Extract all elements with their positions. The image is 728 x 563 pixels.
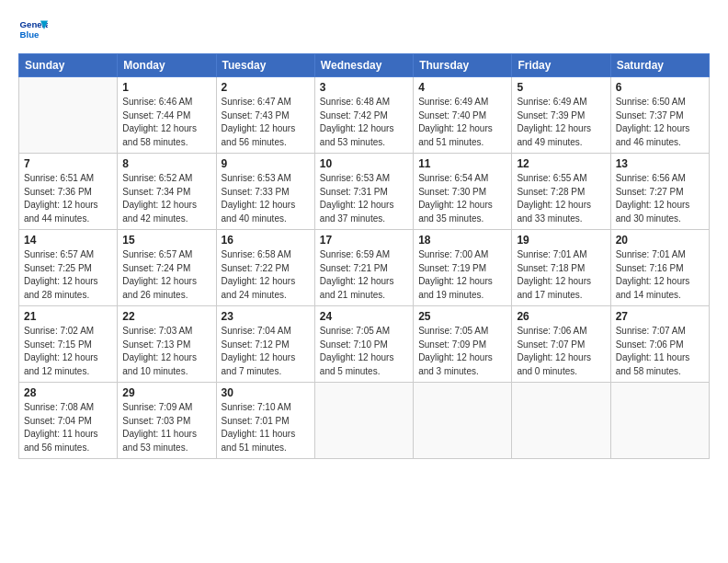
- calendar-cell: 6Sunrise: 6:50 AM Sunset: 7:37 PM Daylig…: [610, 77, 709, 154]
- calendar-day-header: Friday: [512, 54, 610, 77]
- calendar-cell: 7Sunrise: 6:51 AM Sunset: 7:36 PM Daylig…: [19, 154, 118, 230]
- calendar-cell: 30Sunrise: 7:10 AM Sunset: 7:01 PM Dayli…: [216, 383, 314, 459]
- day-number: 21: [24, 310, 112, 323]
- day-number: 7: [24, 157, 112, 170]
- day-number: 16: [222, 234, 310, 247]
- day-number: 10: [320, 157, 408, 170]
- calendar-cell: [512, 383, 610, 459]
- header-row: General Blue: [18, 15, 710, 44]
- calendar-cell: 1Sunrise: 6:46 AM Sunset: 7:44 PM Daylig…: [118, 77, 216, 154]
- day-number: 11: [418, 157, 506, 170]
- day-number: 19: [517, 234, 605, 247]
- day-number: 20: [616, 234, 704, 247]
- calendar-cell: 28Sunrise: 7:08 AM Sunset: 7:04 PM Dayli…: [19, 383, 118, 459]
- day-info: Sunrise: 6:57 AM Sunset: 7:25 PM Dayligh…: [24, 248, 112, 302]
- day-info: Sunrise: 7:05 AM Sunset: 7:10 PM Dayligh…: [320, 325, 408, 378]
- calendar-cell: 25Sunrise: 7:05 AM Sunset: 7:09 PM Dayli…: [414, 306, 512, 383]
- calendar-cell: 13Sunrise: 6:56 AM Sunset: 7:27 PM Dayli…: [610, 154, 709, 230]
- day-info: Sunrise: 7:00 AM Sunset: 7:19 PM Dayligh…: [418, 248, 506, 302]
- calendar-day-header: Monday: [118, 54, 216, 77]
- calendar-cell: [414, 383, 512, 459]
- day-number: 6: [616, 81, 704, 94]
- day-number: 28: [24, 386, 112, 399]
- day-number: 3: [320, 81, 408, 94]
- calendar-cell: 22Sunrise: 7:03 AM Sunset: 7:13 PM Dayli…: [118, 306, 216, 383]
- calendar-cell: 4Sunrise: 6:49 AM Sunset: 7:40 PM Daylig…: [414, 77, 512, 154]
- calendar-day-header: Sunday: [19, 54, 118, 77]
- day-info: Sunrise: 7:04 AM Sunset: 7:12 PM Dayligh…: [222, 325, 310, 378]
- calendar-day-header: Tuesday: [216, 54, 314, 77]
- calendar-cell: 19Sunrise: 7:01 AM Sunset: 7:18 PM Dayli…: [512, 230, 610, 306]
- calendar-table: SundayMondayTuesdayWednesdayThursdayFrid…: [18, 53, 710, 459]
- day-info: Sunrise: 7:01 AM Sunset: 7:18 PM Dayligh…: [517, 248, 605, 302]
- day-info: Sunrise: 7:07 AM Sunset: 7:06 PM Dayligh…: [616, 325, 704, 378]
- calendar-cell: 8Sunrise: 6:52 AM Sunset: 7:34 PM Daylig…: [118, 154, 216, 230]
- day-number: 4: [418, 81, 506, 94]
- day-number: 29: [122, 386, 210, 399]
- day-number: 5: [517, 81, 605, 94]
- day-number: 22: [122, 310, 210, 323]
- day-number: 12: [517, 157, 605, 170]
- calendar-cell: [314, 383, 413, 459]
- day-info: Sunrise: 7:01 AM Sunset: 7:16 PM Dayligh…: [616, 248, 704, 302]
- day-info: Sunrise: 6:55 AM Sunset: 7:28 PM Dayligh…: [517, 172, 605, 225]
- day-info: Sunrise: 7:02 AM Sunset: 7:15 PM Dayligh…: [24, 325, 112, 378]
- svg-text:Blue: Blue: [20, 29, 40, 40]
- calendar-day-header: Saturday: [610, 54, 709, 77]
- day-info: Sunrise: 6:57 AM Sunset: 7:24 PM Dayligh…: [122, 248, 210, 302]
- calendar-cell: 11Sunrise: 6:54 AM Sunset: 7:30 PM Dayli…: [414, 154, 512, 230]
- day-info: Sunrise: 6:49 AM Sunset: 7:40 PM Dayligh…: [418, 96, 506, 149]
- calendar-cell: 26Sunrise: 7:06 AM Sunset: 7:07 PM Dayli…: [512, 306, 610, 383]
- calendar-week-row: 1Sunrise: 6:46 AM Sunset: 7:44 PM Daylig…: [19, 77, 710, 154]
- day-info: Sunrise: 6:46 AM Sunset: 7:44 PM Dayligh…: [122, 96, 210, 149]
- calendar-cell: 5Sunrise: 6:49 AM Sunset: 7:39 PM Daylig…: [512, 77, 610, 154]
- calendar-cell: 12Sunrise: 6:55 AM Sunset: 7:28 PM Dayli…: [512, 154, 610, 230]
- calendar-cell: 10Sunrise: 6:53 AM Sunset: 7:31 PM Dayli…: [314, 154, 413, 230]
- day-info: Sunrise: 6:54 AM Sunset: 7:30 PM Dayligh…: [418, 172, 506, 225]
- day-number: 26: [517, 310, 605, 323]
- calendar-cell: 17Sunrise: 6:59 AM Sunset: 7:21 PM Dayli…: [314, 230, 413, 306]
- calendar-cell: [19, 77, 118, 154]
- day-info: Sunrise: 6:50 AM Sunset: 7:37 PM Dayligh…: [616, 96, 704, 149]
- day-info: Sunrise: 6:56 AM Sunset: 7:27 PM Dayligh…: [616, 172, 704, 225]
- logo: General Blue: [18, 15, 48, 44]
- day-number: 15: [122, 234, 210, 247]
- calendar-cell: 27Sunrise: 7:07 AM Sunset: 7:06 PM Dayli…: [610, 306, 709, 383]
- day-info: Sunrise: 6:59 AM Sunset: 7:21 PM Dayligh…: [320, 248, 408, 302]
- day-number: 25: [418, 310, 506, 323]
- day-info: Sunrise: 7:05 AM Sunset: 7:09 PM Dayligh…: [418, 325, 506, 378]
- day-info: Sunrise: 6:58 AM Sunset: 7:22 PM Dayligh…: [222, 248, 310, 302]
- day-info: Sunrise: 6:53 AM Sunset: 7:33 PM Dayligh…: [222, 172, 310, 225]
- day-number: 23: [222, 310, 310, 323]
- calendar-cell: 3Sunrise: 6:48 AM Sunset: 7:42 PM Daylig…: [314, 77, 413, 154]
- day-number: 17: [320, 234, 408, 247]
- calendar-cell: 20Sunrise: 7:01 AM Sunset: 7:16 PM Dayli…: [610, 230, 709, 306]
- calendar-cell: 16Sunrise: 6:58 AM Sunset: 7:22 PM Dayli…: [216, 230, 314, 306]
- day-number: 24: [320, 310, 408, 323]
- day-info: Sunrise: 6:47 AM Sunset: 7:43 PM Dayligh…: [222, 96, 310, 149]
- calendar-week-row: 7Sunrise: 6:51 AM Sunset: 7:36 PM Daylig…: [19, 154, 710, 230]
- logo-icon: General Blue: [18, 15, 48, 44]
- day-info: Sunrise: 7:03 AM Sunset: 7:13 PM Dayligh…: [122, 325, 210, 378]
- day-info: Sunrise: 6:53 AM Sunset: 7:31 PM Dayligh…: [320, 172, 408, 225]
- day-number: 1: [122, 81, 210, 94]
- calendar-cell: 9Sunrise: 6:53 AM Sunset: 7:33 PM Daylig…: [216, 154, 314, 230]
- calendar-cell: 18Sunrise: 7:00 AM Sunset: 7:19 PM Dayli…: [414, 230, 512, 306]
- calendar-cell: 24Sunrise: 7:05 AM Sunset: 7:10 PM Dayli…: [314, 306, 413, 383]
- day-number: 27: [616, 310, 704, 323]
- day-number: 18: [418, 234, 506, 247]
- calendar-cell: [610, 383, 709, 459]
- calendar-week-row: 14Sunrise: 6:57 AM Sunset: 7:25 PM Dayli…: [19, 230, 710, 306]
- page: General Blue SundayMondayTuesdayWednesda…: [0, 0, 728, 563]
- day-info: Sunrise: 7:06 AM Sunset: 7:07 PM Dayligh…: [517, 325, 605, 378]
- day-info: Sunrise: 6:49 AM Sunset: 7:39 PM Dayligh…: [517, 96, 605, 149]
- calendar-header-row: SundayMondayTuesdayWednesdayThursdayFrid…: [19, 54, 710, 77]
- day-info: Sunrise: 7:08 AM Sunset: 7:04 PM Dayligh…: [24, 401, 112, 454]
- calendar-week-row: 28Sunrise: 7:08 AM Sunset: 7:04 PM Dayli…: [19, 383, 710, 459]
- day-number: 13: [616, 157, 704, 170]
- calendar-day-header: Thursday: [414, 54, 512, 77]
- day-number: 14: [24, 234, 112, 247]
- day-info: Sunrise: 6:51 AM Sunset: 7:36 PM Dayligh…: [24, 172, 112, 225]
- calendar-cell: 29Sunrise: 7:09 AM Sunset: 7:03 PM Dayli…: [118, 383, 216, 459]
- day-number: 30: [222, 386, 310, 399]
